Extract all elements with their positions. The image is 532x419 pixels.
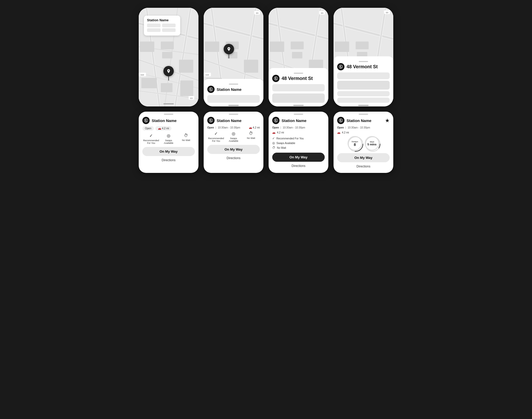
b4-station-header: Station Name ★: [337, 117, 390, 124]
b1-station-header: Station Name: [142, 117, 195, 124]
b3-features-list: ✓ Recommended For You ◎ Swaps Available …: [272, 136, 325, 150]
svg-point-98: [365, 137, 380, 151]
detail-line-4-3: [337, 91, 390, 96]
svg-text:E9: E9: [321, 12, 323, 14]
b1-station-icon: [142, 117, 150, 124]
swap-icon-2: ◎: [232, 131, 235, 136]
phone-4: E9 E20 E3 48 Vermont St: [334, 8, 393, 106]
station-icon-3: [272, 75, 280, 82]
b2-cta-button[interactable]: On My Way: [207, 145, 260, 154]
map-area-4: E9 E20 E3 48 Vermont St: [334, 8, 393, 106]
b1-feature-label-1: Recommended For You: [143, 139, 159, 144]
bottom-card-2: Station Name Open | 10:30am - 10:30pm 🚗 …: [204, 112, 263, 173]
map-pin-tail-1: [168, 76, 169, 79]
b1-directions-link[interactable]: Directions: [142, 158, 195, 163]
popup-tag-row-1: [147, 24, 177, 27]
check-icon-2: ✓: [214, 131, 218, 136]
b3-station-name: Station Name: [282, 118, 307, 123]
swap-icon-3: ◎: [272, 141, 275, 145]
svg-text:E9: E9: [256, 12, 258, 14]
clock-icon-1: ⏱: [184, 133, 188, 138]
b3-feature-label-2: Swaps Available: [276, 142, 295, 145]
card-body-3: Station Name Open | 10:30am - 10:30pm 🚗 …: [269, 116, 328, 171]
detail-line-2: [272, 93, 325, 103]
phone-3: E9 E20 E3 48 Vermont St: [269, 8, 328, 106]
b2-station-name: Station Name: [217, 118, 242, 123]
station-name-4: 48 Vermont St: [347, 64, 378, 70]
station-name-3: 48 Vermont St: [282, 76, 313, 81]
handle-4: [337, 59, 390, 63]
b1-feature-recommended: ✓ Recommended For You: [142, 133, 160, 144]
detail-line-4-1: [337, 72, 390, 79]
card-body-2: Station Name Open | 10:30am - 10:30pm 🚗 …: [204, 116, 263, 163]
b3-directions-link[interactable]: Directions: [272, 164, 325, 168]
bottom-card-3: Station Name Open | 10:30am - 10:30pm 🚗 …: [269, 112, 328, 173]
popup-tag-3: [147, 28, 161, 32]
b2-directions-link[interactable]: Directions: [207, 156, 260, 160]
b4-cta-button[interactable]: On My Way: [337, 153, 390, 162]
svg-rect-59: [292, 52, 302, 58]
scroll-indicator-2: [228, 105, 239, 106]
map-bottom-sheet-4: 48 Vermont St: [334, 56, 393, 106]
b1-tags-row: Open 🚗 4.2 mi: [142, 126, 195, 131]
scroll-indicator-3: [293, 105, 304, 106]
phone-2: E9 E20 E3 Stat: [204, 8, 263, 106]
detail-line-4-2: [337, 81, 390, 90]
station-header-4: 48 Vermont St: [337, 63, 390, 70]
b4-status-row: Open | 10:30am - 10:30pm: [337, 126, 390, 129]
b2-station-icon: [207, 117, 215, 124]
card-body-4: Station Name ★ Open | 10:30am - 10:30pm …: [334, 116, 393, 171]
bottom-card-1: Station Name Open 🚗 4.2 mi ✓ Recommended…: [139, 112, 198, 173]
map-pin-1[interactable]: [163, 66, 174, 80]
detail-line-4-4: [337, 98, 390, 103]
b1-cta-button[interactable]: On My Way: [142, 147, 195, 156]
b3-feature-recommended: ✓ Recommended For You: [272, 136, 325, 141]
handle-b1: [139, 112, 198, 116]
scroll-indicator-4: [358, 105, 369, 106]
b2-station-header: Station Name: [207, 117, 260, 124]
check-icon-1: ✓: [149, 133, 153, 138]
map-pin-tail-2: [229, 54, 229, 57]
b2-feature-recommended: ✓ Recommended For You: [207, 131, 225, 142]
svg-rect-15: [162, 52, 172, 58]
station-header-2: Station Name: [207, 86, 260, 93]
handle-b4: [334, 112, 393, 116]
map-bottom-sheet-3: 48 Vermont St: [269, 68, 328, 106]
b2-status-open: Open: [207, 126, 214, 129]
phone-1: E3 E20 Station Name: [139, 8, 198, 106]
popup-station-name: Station Name: [147, 18, 177, 22]
clock-icon-2: ⏱: [249, 131, 253, 136]
svg-rect-19: [180, 80, 193, 96]
b4-dist: 4.2 mi: [342, 131, 349, 134]
handle-b2: [204, 112, 263, 116]
b2-features-row: ✓ Recommended For You ◎ Swaps Available …: [207, 131, 260, 142]
b3-feature-label-1: Recommended For You: [276, 137, 304, 140]
b4-swaps-row: Swaps 8 Wait 5 mins: [337, 136, 390, 151]
svg-rect-16: [161, 83, 172, 92]
map-pin-dot-2: [228, 57, 229, 58]
b1-station-name: Station Name: [152, 118, 177, 123]
b3-station-icon: [272, 117, 280, 124]
map-pin-2[interactable]: [224, 44, 234, 58]
b4-swaps-circle: Swaps 8: [348, 136, 362, 151]
b4-status-hours: 10:30am - 10:30pm: [348, 126, 370, 129]
svg-text:E3: E3: [190, 97, 193, 99]
station-header-3: 48 Vermont St: [272, 75, 325, 82]
svg-rect-14: [161, 42, 174, 49]
b2-feature-label-2: Swaps Available: [229, 137, 238, 142]
b1-feature-wait: ⏱ No Wait: [177, 133, 195, 144]
map-station-popup: Station Name: [144, 16, 180, 36]
popup-tag-2: [162, 24, 176, 27]
b4-status-open: Open: [337, 126, 344, 129]
popup-tag-row-2: [147, 28, 177, 32]
svg-rect-18: [179, 60, 193, 73]
station-input-2[interactable]: [207, 95, 260, 103]
map-area-1: E3 E20 Station Name: [139, 8, 198, 106]
b3-cta-button[interactable]: On My Way: [272, 153, 325, 162]
b4-star-icon[interactable]: ★: [385, 117, 390, 124]
b1-features-row: ✓ Recommended For You ◎ Swaps Available …: [142, 133, 195, 144]
b4-directions-link[interactable]: Directions: [337, 164, 390, 169]
b4-station-name: Station Name: [347, 118, 371, 123]
b4-dist-row: 🚗 4.2 mi: [337, 131, 390, 134]
b1-feature-swaps: ◎ Swaps Available: [160, 133, 177, 144]
